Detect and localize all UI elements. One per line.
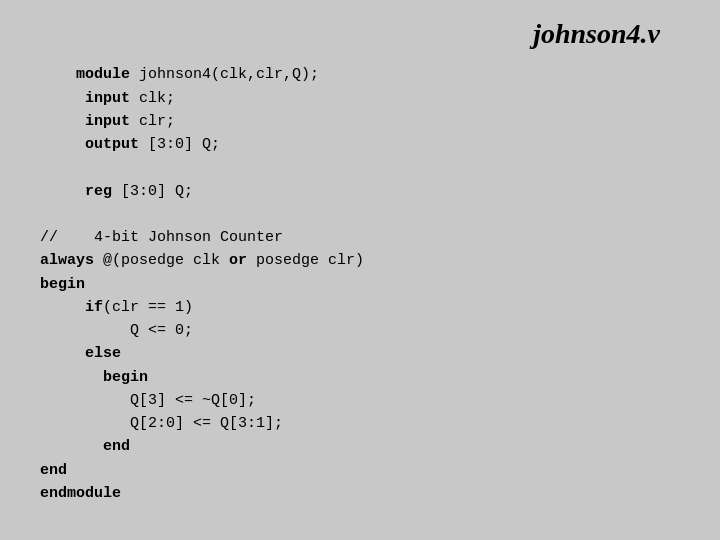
code-line-10: begin xyxy=(40,276,85,293)
code-line-12: Q <= 0; xyxy=(40,322,193,339)
code-line-17: end xyxy=(40,438,130,455)
code-line-18: end xyxy=(40,462,67,479)
code-line-13: else xyxy=(40,345,121,362)
main-container: johnson4.v module johnson4(clk,clr,Q); i… xyxy=(0,0,720,540)
code-line-7 xyxy=(40,206,49,223)
code-line-8: // 4-bit Johnson Counter xyxy=(40,229,283,246)
code-line-15: Q[3] <= ~Q[0]; xyxy=(40,392,256,409)
code-line-3: input clr; xyxy=(40,113,175,130)
file-title: johnson4.v xyxy=(533,18,660,50)
code-line-16: Q[2:0] <= Q[3:1]; xyxy=(40,415,283,432)
code-line-5 xyxy=(40,159,49,176)
code-line-6: reg [3:0] Q; xyxy=(40,183,193,200)
code-line-1: module johnson4(clk,clr,Q); xyxy=(76,66,319,83)
code-line-11: if(clr == 1) xyxy=(40,299,193,316)
code-line-19: endmodule xyxy=(40,485,121,502)
code-line-14: begin xyxy=(40,369,148,386)
code-line-2: input clk; xyxy=(40,90,175,107)
code-block: module johnson4(clk,clr,Q); input clk; i… xyxy=(40,40,680,528)
code-line-4: output [3:0] Q; xyxy=(40,136,220,153)
code-line-9: always @(posedge clk or posedge clr) xyxy=(40,252,364,269)
